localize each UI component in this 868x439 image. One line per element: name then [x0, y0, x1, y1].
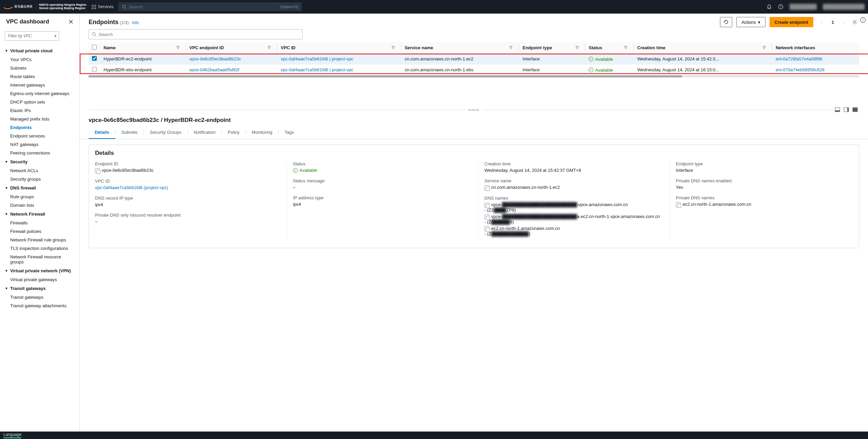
sidebar-item[interactable]: Your VPCs: [0, 55, 79, 64]
sidebar-item[interactable]: NAT gateways: [0, 140, 79, 149]
sidebar-item[interactable]: Transit gateway attachments: [0, 301, 79, 310]
filter-by-vpc[interactable]: Filter by VPC ▾: [5, 31, 59, 41]
tab-tags[interactable]: Tags: [278, 127, 300, 139]
page-next[interactable]: ›: [839, 18, 848, 26]
page-prev[interactable]: ‹: [817, 18, 826, 26]
sidebar-item[interactable]: Elastic IPs: [0, 106, 79, 115]
tab-monitoring[interactable]: Monitoring: [246, 127, 279, 139]
sidebar-group[interactable]: ▼Transit gateways: [0, 284, 79, 293]
panel-layout-bottom-icon[interactable]: [835, 107, 840, 112]
refresh-button[interactable]: [720, 17, 732, 27]
column-header[interactable]: Status▽: [585, 42, 634, 54]
cell-created: Wednesday, August 14, 2024 at 15:42:3...: [634, 54, 772, 65]
column-header[interactable]: Service name▽: [401, 42, 519, 54]
vpc-id-link[interactable]: vpc-0af4aae7ca5b61fd6 | project-vpc: [281, 56, 353, 61]
horizontal-scrollbar[interactable]: [89, 75, 859, 77]
aws-logo[interactable]: 亚马逊云科技: [3, 4, 33, 10]
panel-close-icon[interactable]: [852, 107, 858, 112]
search-shortcut-hint: [Option+S]: [280, 5, 298, 9]
eni-link[interactable]: eni-0a728fa57e4a08f96: [776, 56, 822, 61]
sidebar-item[interactable]: Route tables: [0, 72, 79, 81]
tab-notification[interactable]: Notification: [188, 127, 222, 139]
notifications-icon[interactable]: [767, 4, 772, 10]
split-panel-handle[interactable]: ═══: [80, 105, 868, 115]
copy-icon[interactable]: [676, 202, 681, 207]
page-count: (1/3): [120, 20, 129, 25]
services-menu[interactable]: Services: [91, 4, 114, 9]
region-info: NWCD operating Ningxia Region Sinnet ope…: [36, 3, 87, 10]
vpc-id-link[interactable]: vpc-0af4aae7ca5b61fd6 | project-vpc: [281, 67, 353, 72]
endpoints-table: Name▽VPC endpoint ID▽VPC ID▽Service name…: [89, 42, 859, 75]
row-checkbox[interactable]: [92, 56, 97, 61]
column-header[interactable]: Creation time▽: [634, 42, 772, 54]
sidebar-item[interactable]: Managed prefix lists: [0, 115, 79, 123]
vpc-id-link[interactable]: vpc-0af4aae7ca5b61fd6 (project-vpc): [95, 185, 168, 190]
table-settings-icon[interactable]: [850, 18, 859, 26]
table-search-input[interactable]: [98, 32, 299, 37]
status-badge: ✓Available: [293, 168, 317, 173]
table-row[interactable]: HyperBDR-ebs-endpointvpce-0462baa5aabf5d…: [89, 65, 859, 75]
copy-icon[interactable]: [484, 226, 489, 231]
global-search[interactable]: [Option+S]: [118, 2, 302, 11]
table-row[interactable]: HyperBDR-ec2-endpointvpce-0e6c85ec9bad6b…: [89, 54, 859, 65]
copy-icon[interactable]: [484, 215, 489, 219]
language-selector[interactable]: Language: [3, 432, 21, 438]
actions-button[interactable]: Actions▾: [736, 17, 765, 27]
tab-subnets[interactable]: Subnets: [115, 127, 144, 139]
sidebar-item[interactable]: Virtual private gateways: [0, 275, 79, 284]
table-search[interactable]: [89, 29, 302, 39]
sidebar-item[interactable]: Domain lists: [0, 201, 79, 209]
column-header[interactable]: Endpoint type▽: [519, 42, 585, 54]
caret-down-icon: ▼: [5, 269, 8, 273]
column-header[interactable]: VPC endpoint ID▽: [186, 42, 278, 54]
global-search-input[interactable]: [129, 4, 281, 10]
info-panel-toggle[interactable]: i: [860, 17, 866, 23]
sidebar-item[interactable]: Security groups: [0, 175, 79, 183]
column-header[interactable]: Name▽: [100, 42, 186, 54]
column-header[interactable]: VPC ID▽: [277, 42, 401, 54]
sidebar-item[interactable]: Subnets: [0, 64, 79, 72]
sidebar-item[interactable]: Endpoints: [0, 123, 79, 132]
sidebar-group[interactable]: ▼Virtual private cloud: [0, 46, 79, 55]
sidebar-group[interactable]: ▼Security: [0, 157, 79, 166]
cell-service: cn.com.amazonaws.cn-north-1.ebs: [401, 65, 519, 75]
sidebar-item[interactable]: DHCP option sets: [0, 98, 79, 106]
sidebar-item[interactable]: Rule groups: [0, 193, 79, 201]
sidebar-item[interactable]: Peering connections: [0, 149, 79, 157]
eni-link[interactable]: eni-070a74eb56958c828: [776, 67, 825, 72]
sidebar-item[interactable]: TLS inspection configurations: [0, 244, 79, 253]
copy-icon[interactable]: [484, 185, 489, 190]
info-link[interactable]: Info: [132, 20, 139, 25]
caret-down-icon: ▼: [5, 160, 8, 164]
sidebar-item[interactable]: Network Firewall rule groups: [0, 236, 79, 244]
sidebar-item[interactable]: Firewalls: [0, 219, 79, 227]
account-menu[interactable]: ████████████ ▾: [823, 4, 865, 10]
tab-policy[interactable]: Policy: [222, 127, 246, 139]
row-checkbox[interactable]: [92, 67, 97, 72]
sidebar-group[interactable]: ▼Network Firewall: [0, 209, 79, 219]
sidebar-item[interactable]: Endpoint services: [0, 132, 79, 140]
copy-icon[interactable]: [95, 168, 100, 173]
tab-security-groups[interactable]: Security Groups: [144, 127, 187, 139]
create-endpoint-button[interactable]: Create endpoint: [770, 17, 813, 27]
tab-details[interactable]: Details: [89, 127, 115, 139]
copy-icon[interactable]: [484, 203, 489, 207]
cell-name: HyperBDR-ec2-endpoint: [100, 54, 186, 65]
select-all-checkbox[interactable]: [92, 45, 97, 50]
column-header[interactable]: Network interfaces: [772, 42, 859, 54]
sidebar-item[interactable]: Internet gateways: [0, 81, 79, 89]
sidebar-item[interactable]: Network ACLs: [0, 166, 79, 175]
sidebar-item[interactable]: Firewall policies: [0, 227, 79, 236]
close-sidebar-icon[interactable]: [69, 19, 73, 24]
sort-icon: ▽: [576, 45, 578, 50]
sidebar-group[interactable]: ▼DNS firewall: [0, 183, 79, 193]
sidebar-item[interactable]: Transit gateways: [0, 293, 79, 301]
sidebar-item[interactable]: Network Firewall resource groups: [0, 253, 79, 266]
sidebar-group[interactable]: ▼Virtual private network (VPN): [0, 266, 79, 275]
panel-layout-side-icon[interactable]: [844, 107, 849, 112]
help-icon[interactable]: ?: [778, 4, 783, 10]
sidebar-item[interactable]: Egress-only internet gateways: [0, 89, 79, 98]
region-selector[interactable]: ████████: [790, 4, 817, 10]
endpoint-id-link[interactable]: vpce-0e6c85ec9bad6b23c: [189, 56, 241, 61]
endpoint-id-link[interactable]: vpce-0462baa5aabf5d92f: [189, 67, 239, 72]
